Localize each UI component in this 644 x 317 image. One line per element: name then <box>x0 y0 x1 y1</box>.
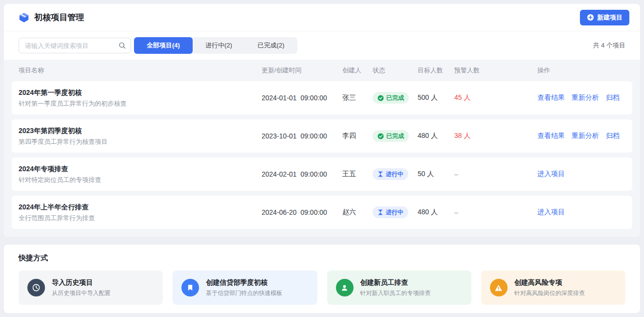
project-creator: 张三 <box>342 93 373 102</box>
column-header-warning: 预警人数 <box>454 66 537 75</box>
project-management-panel: 初核项目管理 新建项目 全部项目(4) 进行中(2) <box>4 4 640 237</box>
project-description: 全行范围员工异常行为排查 <box>19 213 262 223</box>
quick-actions-row: 导入历史项目 从历史项目中导入配置 创建信贷部季度初核 基于信贷部门特点的快速模… <box>19 271 625 305</box>
row-actions: 进入项目 <box>537 170 625 179</box>
table-row: 2024年上半年全行排查 全行范围员工异常行为排查 2024-06-20 09:… <box>12 196 632 229</box>
action-view-results[interactable]: 查看结果 <box>537 93 565 102</box>
row-actions: 查看结果 重新分析 归档 <box>537 93 625 102</box>
target-count: 500 人 <box>418 93 454 102</box>
status-tab-group: 全部项目(4) 进行中(2) 已完成(2) <box>134 37 297 54</box>
column-header-creator: 创建人 <box>342 66 373 75</box>
action-reanalyze[interactable]: 重新分析 <box>572 132 599 140</box>
title-wrap: 初核项目管理 <box>19 12 84 23</box>
quick-item-title: 导入历史项目 <box>52 278 111 288</box>
warning-count: – <box>454 170 537 178</box>
column-header-status: 状态 <box>373 66 418 75</box>
status-badge: 已完成 <box>373 130 409 142</box>
project-status-cell: 已完成 <box>373 92 418 104</box>
page-title: 初核项目管理 <box>34 12 84 23</box>
quick-item-text: 导入历史项目 从历史项目中导入配置 <box>52 278 111 297</box>
quick-item-desc: 基于信贷部门特点的快速模板 <box>206 289 282 297</box>
quick-item-title: 创建高风险专项 <box>514 278 585 288</box>
project-time: 2023-10-01 09:00:00 <box>262 132 342 140</box>
status-label: 进行中 <box>386 170 403 179</box>
row-actions: 查看结果 重新分析 归档 <box>537 132 625 140</box>
project-time: 2024-02-01 09:00:00 <box>262 170 342 178</box>
action-archive[interactable]: 归档 <box>606 93 620 102</box>
status-badge: 进行中 <box>373 206 408 218</box>
status-label: 进行中 <box>386 208 403 217</box>
project-creator: 赵六 <box>342 208 373 217</box>
new-project-button[interactable]: 新建项目 <box>580 10 629 25</box>
tab-all-projects[interactable]: 全部项目(4) <box>134 37 193 54</box>
quick-item-text: 创建高风险专项 针对高风险岗位的深度排查 <box>514 278 585 297</box>
action-enter-project[interactable]: 进入项目 <box>537 208 565 217</box>
quick-item-text: 创建信贷部季度初核 基于信贷部门特点的快速模板 <box>206 278 282 297</box>
warning-icon <box>490 279 508 296</box>
project-name-cell: 2024年第一季度初核 针对第一季度员工异常行为的初步核查 <box>19 88 262 109</box>
column-header-name: 项目名称 <box>19 66 262 75</box>
project-table: 项目名称 更新/创建时间 创建人 状态 目标人数 预警人数 操作 2024年第一… <box>4 60 640 237</box>
clock-icon <box>27 279 45 296</box>
project-creator: 王五 <box>342 170 373 179</box>
warning-count: 45 人 <box>454 93 537 102</box>
row-actions: 进入项目 <box>537 208 625 217</box>
quick-item-high-risk[interactable]: 创建高风险专项 针对高风险岗位的深度排查 <box>481 271 625 305</box>
table-row: 2024年专项排查 针对特定岗位员工的专项排查 2024-02-01 09:00… <box>12 158 632 191</box>
project-time: 2024-01-01 09:00:00 <box>262 94 342 102</box>
action-enter-project[interactable]: 进入项目 <box>537 170 565 179</box>
quick-item-title: 创建新员工排查 <box>360 278 431 288</box>
bookmark-icon <box>181 279 199 296</box>
status-badge: 已完成 <box>373 92 409 104</box>
target-count: 480 人 <box>418 132 454 140</box>
table-header-row: 项目名称 更新/创建时间 创建人 状态 目标人数 预警人数 操作 <box>12 60 632 81</box>
project-name-cell: 2024年专项排查 针对特定岗位员工的专项排查 <box>19 164 262 185</box>
table-row: 2023年第四季度初核 第四季度员工异常行为核查项目 2023-10-01 09… <box>12 119 632 153</box>
quick-item-title: 创建信贷部季度初核 <box>206 278 282 288</box>
total-count: 共 4 个项目 <box>593 41 625 50</box>
quick-item-text: 创建新员工排查 针对新入职员工的专项排查 <box>360 278 431 297</box>
status-badge: 进行中 <box>373 168 408 180</box>
quick-item-desc: 针对高风险岗位的深度排查 <box>514 289 585 297</box>
project-name: 2024年专项排查 <box>19 164 262 174</box>
quick-actions-title: 快捷方式 <box>19 253 625 263</box>
quick-item-desc: 从历史项目中导入配置 <box>52 289 111 297</box>
user-icon <box>336 279 354 296</box>
quick-item-desc: 针对新入职员工的专项排查 <box>360 289 431 297</box>
project-creator: 李四 <box>342 132 373 140</box>
quick-actions-panel: 快捷方式 导入历史项目 从历史项目中导入配置 创建信贷部季度初核 <box>4 245 640 313</box>
project-status-cell: 已完成 <box>373 130 418 142</box>
project-name: 2024年上半年全行排查 <box>19 202 262 212</box>
column-header-time: 更新/创建时间 <box>262 66 342 75</box>
search-box <box>19 38 131 53</box>
action-reanalyze[interactable]: 重新分析 <box>572 93 599 102</box>
project-description: 第四季度员工异常行为核查项目 <box>19 137 262 147</box>
status-label: 已完成 <box>386 132 404 140</box>
quick-item-credit-quarterly[interactable]: 创建信贷部季度初核 基于信贷部门特点的快速模板 <box>173 271 317 305</box>
quick-item-new-employee[interactable]: 创建新员工排查 针对新入职员工的专项排查 <box>327 271 471 305</box>
project-status-cell: 进行中 <box>373 206 418 218</box>
cube-icon <box>19 12 29 23</box>
plus-circle-icon <box>587 14 594 21</box>
check-circle-icon <box>378 95 384 101</box>
hourglass-icon <box>378 209 383 215</box>
toolbar: 全部项目(4) 进行中(2) 已完成(2) 共 4 个项目 <box>4 31 640 60</box>
table-row: 2024年第一季度初核 针对第一季度员工异常行为的初步核查 2024-01-01… <box>12 81 632 114</box>
hourglass-icon <box>378 171 383 177</box>
warning-count: – <box>454 208 537 216</box>
target-count: 480 人 <box>418 208 454 217</box>
tab-in-progress[interactable]: 进行中(2) <box>193 37 245 54</box>
project-name: 2023年第四季度初核 <box>19 126 262 136</box>
action-view-results[interactable]: 查看结果 <box>537 132 565 140</box>
warning-count: 38 人 <box>454 132 537 140</box>
search-input[interactable] <box>19 38 131 53</box>
column-header-actions: 操作 <box>537 66 625 75</box>
search-icon <box>118 42 126 51</box>
project-status-cell: 进行中 <box>373 168 418 180</box>
quick-item-import-history[interactable]: 导入历史项目 从历史项目中导入配置 <box>19 271 163 305</box>
action-archive[interactable]: 归档 <box>606 132 620 140</box>
tab-completed[interactable]: 已完成(2) <box>245 37 297 54</box>
project-name-cell: 2023年第四季度初核 第四季度员工异常行为核查项目 <box>19 126 262 147</box>
target-count: 50 人 <box>418 170 454 179</box>
project-name: 2024年第一季度初核 <box>19 88 262 98</box>
